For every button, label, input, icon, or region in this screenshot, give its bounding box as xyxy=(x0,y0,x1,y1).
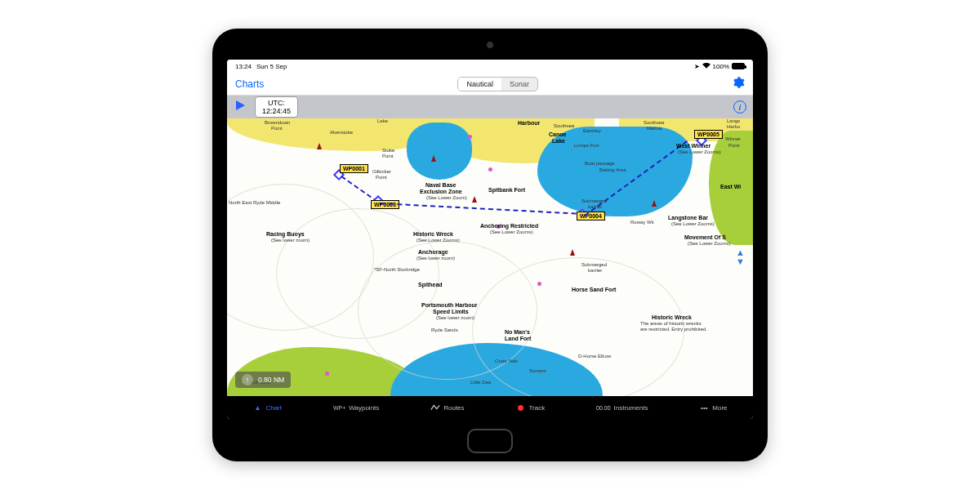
label-lumps: Lumps Fort xyxy=(574,143,599,148)
bottom-tab-bar: ▲ Chart WP+ Waypoints Routes Track 00.00… xyxy=(227,396,753,419)
label-anchorage: Anchorage xyxy=(418,249,448,255)
label-sub: (See lower zoom) xyxy=(436,315,474,320)
label-sub: are restricted. Entry prohibited. xyxy=(640,327,707,332)
tab-label: Track xyxy=(528,404,545,412)
label-southsea-marina2: Marina xyxy=(647,126,662,131)
tab-more[interactable]: ••• More xyxy=(699,403,727,412)
label-submerged: Submerged xyxy=(581,262,607,267)
buoy-marker xyxy=(325,372,329,376)
label-harbor2: Harbo xyxy=(727,124,740,129)
label-sub: (See lower zoom) xyxy=(271,238,310,243)
label-portsmouth: Portsmouth Harbour xyxy=(421,302,477,308)
buoy-marker xyxy=(488,167,492,172)
tab-label: Instruments xyxy=(614,404,648,412)
label-southsea: Southsea xyxy=(554,123,574,128)
label-canoe2: Lake xyxy=(552,138,565,144)
more-icon: ••• xyxy=(699,403,709,412)
scale-text: 0.80 NM xyxy=(258,376,284,384)
label-sub: (See lower zoom) xyxy=(416,256,455,261)
buoy-marker xyxy=(468,135,472,139)
label-gilkicker2: Point xyxy=(376,175,387,180)
label-stoke2: Point xyxy=(382,154,394,158)
view-toggle: Nautical Sonar xyxy=(457,77,538,91)
tab-instruments[interactable]: 00.00 Instruments xyxy=(596,404,648,412)
label-racing-buoys: Racing Buoys xyxy=(266,231,305,237)
label-naval-base: Naval Base xyxy=(425,182,456,188)
status-time: 13:24 xyxy=(235,63,252,70)
label-gilkicker: Gilkicker xyxy=(372,169,391,174)
label-batting: Batting Area xyxy=(599,167,626,172)
back-charts-button[interactable]: Charts xyxy=(235,78,264,90)
label-sturbridge: *SF-North Sturbridge xyxy=(374,267,420,272)
tab-routes[interactable]: Routes xyxy=(430,403,464,412)
label-somers: Somers xyxy=(529,368,546,373)
label-raway: Roway Wk xyxy=(630,220,654,225)
label-submerged2: barrier xyxy=(588,204,602,209)
nav-beacon xyxy=(472,196,477,203)
shallow-water xyxy=(407,122,472,180)
label-sub: (See Lower Zooms) xyxy=(678,149,721,154)
label-spitbank: Spitbank Fort xyxy=(488,187,525,193)
segmented-sonar[interactable]: Sonar xyxy=(501,78,537,91)
settings-button[interactable] xyxy=(732,76,745,92)
label-ryde-sands: Ryde Sands xyxy=(431,327,458,332)
label-alverstoke: Alverstoke xyxy=(330,130,353,135)
label-stoke: Stoke xyxy=(382,148,394,153)
label-submerged2: barrier xyxy=(588,268,602,273)
pan-up-icon[interactable]: ▲ xyxy=(736,249,745,256)
scale-indicator[interactable]: ↑ 0.80 NM xyxy=(235,372,291,388)
label-browndown: Browndown xyxy=(265,120,290,125)
label-horse-elbow: D-Horse Elbow xyxy=(578,354,611,359)
utc-display: UTC: 12:24:45 xyxy=(255,96,298,118)
label-naval-base2: Exclusion Zone xyxy=(420,189,462,194)
label-ryde-middle: North East Ryde Middle xyxy=(229,200,280,205)
pan-control[interactable]: ▲ ▼ xyxy=(736,249,745,265)
tab-track[interactable]: Track xyxy=(515,403,545,412)
label-outer-nab: Outer Nab xyxy=(495,359,518,363)
tab-label: Waypoints xyxy=(349,404,379,412)
route-segment xyxy=(381,203,585,215)
home-button[interactable] xyxy=(467,429,513,453)
tab-label: Chart xyxy=(265,404,282,412)
nav-beacon xyxy=(652,200,657,207)
battery-percent: 100% xyxy=(713,63,729,70)
waypoint-wp0001[interactable]: WP0001 xyxy=(340,164,368,173)
label-canoe: Canoe xyxy=(549,131,566,137)
tab-label: Routes xyxy=(443,404,464,412)
label-sub: The areas of historic wrecks xyxy=(640,321,702,326)
label-langs: Langs xyxy=(727,118,740,123)
label-sub: (See Lower Zooms) xyxy=(671,221,715,226)
label-portsmouth2: Speed Limits xyxy=(433,309,469,314)
utc-time: 12:24:45 xyxy=(262,107,291,115)
label-nomans2: Land Fort xyxy=(505,336,531,341)
segmented-nautical[interactable]: Nautical xyxy=(458,78,501,91)
label-langstone: Langstone Bar xyxy=(668,215,708,220)
route-segment xyxy=(341,176,377,203)
buoy-marker xyxy=(537,282,541,286)
tab-chart[interactable]: ▲ Chart xyxy=(252,403,282,412)
info-button[interactable]: i xyxy=(733,100,746,114)
label-nomans: No Man's xyxy=(505,329,530,335)
nav-beacon xyxy=(431,155,436,162)
app-screen: 13:24 Sun 5 Sep ➤ 100% Charts Nautical S… xyxy=(227,60,753,419)
label-eastney: Eastney xyxy=(583,128,601,133)
label-sub: (See Lower Zooms) xyxy=(490,229,533,234)
nautical-chart[interactable]: WP0001 WP0003 WP0004 WP0005 Racing Buoys xyxy=(227,118,753,396)
label-anchoring-restricted: Anchoring Restricted xyxy=(480,223,538,229)
tab-waypoints[interactable]: WP+ Waypoints xyxy=(333,404,379,412)
label-southsea-marina: Southsea xyxy=(644,120,664,125)
tab-label: More xyxy=(712,404,727,412)
pan-down-icon[interactable]: ▼ xyxy=(736,258,745,265)
waypoint-wp0004[interactable]: WP0004 xyxy=(577,212,605,220)
nav-beacon xyxy=(317,143,322,149)
playback-bar: UTC: 12:24:45 i xyxy=(227,96,753,118)
play-button[interactable] xyxy=(234,99,247,115)
label-west-winner: West Winner xyxy=(676,143,710,149)
status-bar: 13:24 Sun 5 Sep ➤ 100% xyxy=(227,60,753,73)
location-icon: ➤ xyxy=(694,63,700,70)
label-sub: (See Lower Zooms) xyxy=(416,238,460,243)
waypoint-wp0005[interactable]: WP0005 xyxy=(694,130,723,139)
routes-icon xyxy=(430,403,440,412)
label-harbour: Harbour xyxy=(518,120,540,126)
chart-tab-icon: ▲ xyxy=(252,403,262,412)
